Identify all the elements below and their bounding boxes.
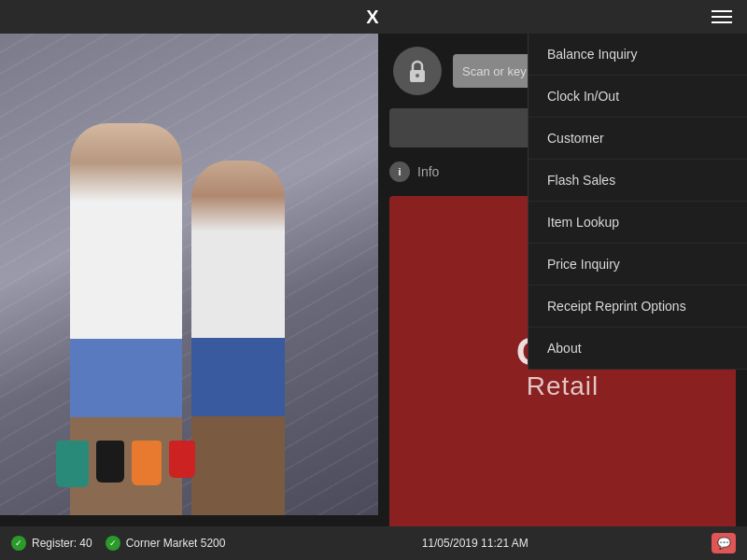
footer-right: 💬	[712, 533, 736, 553]
shopping-bags	[56, 441, 195, 487]
menu-item-receipt-reprint[interactable]: Receipt Reprint Options	[529, 286, 747, 328]
footer-bar: ✓ Register: 40 ✓ Corner Market 5200 11/0…	[0, 526, 747, 560]
menu-item-customer[interactable]: Customer	[529, 118, 747, 160]
register-status: ✓ Register: 40	[11, 536, 106, 551]
bag-orange	[132, 441, 162, 485]
app-logo: X	[366, 7, 380, 28]
register-check-icon: ✓	[11, 536, 26, 551]
right-panel: Scan or key your item Customer i Info OR…	[378, 34, 747, 549]
menu-item-about[interactable]: About	[529, 328, 747, 370]
person-2	[191, 161, 285, 515]
main-content: Scan or key your item Customer i Info OR…	[0, 34, 747, 549]
retail-text: Retail	[527, 371, 599, 401]
chat-icon-button[interactable]: 💬	[712, 533, 736, 553]
hamburger-menu-icon[interactable]	[712, 10, 732, 23]
menu-overlay[interactable]	[378, 34, 528, 549]
dropdown-menu: Balance InquiryClock In/OutCustomerFlash…	[528, 34, 747, 370]
menu-item-flash-sales[interactable]: Flash Sales	[529, 160, 747, 202]
menu-item-item-lookup[interactable]: Item Lookup	[529, 202, 747, 244]
menu-item-balance-inquiry[interactable]: Balance Inquiry	[529, 34, 747, 76]
menu-item-price-inquiry[interactable]: Price Inquiry	[529, 244, 747, 286]
hero-image	[0, 34, 378, 515]
store-label: Corner Market 5200	[126, 537, 226, 550]
menu-item-clock-in-out[interactable]: Clock In/Out	[529, 76, 747, 118]
register-label: Register: 40	[32, 537, 92, 550]
store-check-icon: ✓	[106, 536, 120, 551]
store-status: ✓ Corner Market 5200	[106, 536, 239, 551]
bag-red	[169, 441, 195, 478]
header-bar: X	[0, 0, 747, 34]
bag-black	[96, 441, 124, 483]
bag-teal	[56, 441, 89, 487]
